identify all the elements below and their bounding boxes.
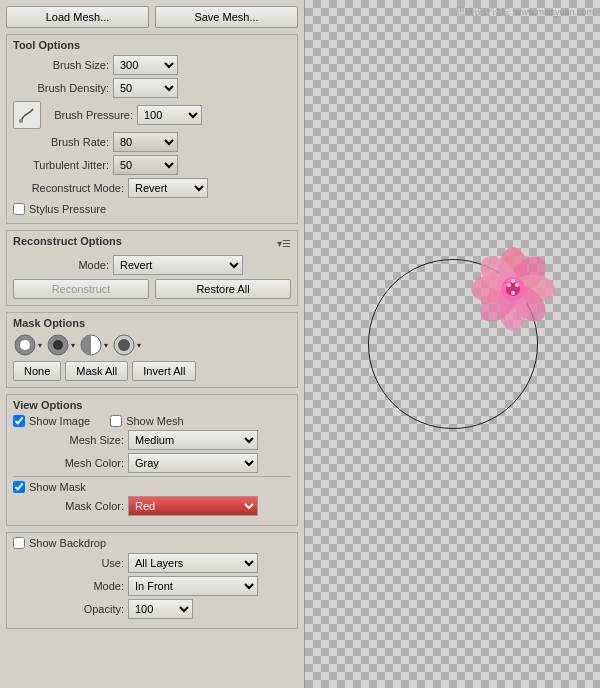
tool-options-section: Tool Options Brush Size: 30020010050 Bru… [6, 34, 298, 224]
mesh-size-label: Mesh Size: [13, 434, 128, 446]
mesh-color-select[interactable]: GrayBlackWhiteRed [128, 453, 258, 473]
reconstruct-options-header: Reconstruct Options ▾☰ [13, 235, 291, 251]
svg-point-20 [507, 283, 511, 287]
brush-density-select[interactable]: 502575100 [113, 78, 178, 98]
reconstruct-mode-label: Reconstruct Mode: [13, 182, 128, 194]
show-backdrop-text: Show Backdrop [29, 537, 106, 549]
mask-icon-3[interactable]: ▾ [79, 333, 108, 357]
use-select[interactable]: All LayersCurrent Layer [128, 553, 258, 573]
brush-size-row: Brush Size: 30020010050 [13, 55, 291, 75]
reconstruct-mode-select[interactable]: RevertRigidStiffSmoothLoose [128, 178, 208, 198]
show-image-checkbox[interactable] [13, 415, 25, 427]
mask-icon-4[interactable]: ▾ [112, 333, 141, 357]
view-options-title: View Options [13, 399, 291, 411]
mask-icon-2[interactable]: ▾ [46, 333, 75, 357]
show-mask-checkbox[interactable] [13, 481, 25, 493]
mask-icon-2-arrow[interactable]: ▾ [71, 341, 75, 350]
use-row: Use: All LayersCurrent Layer [13, 553, 291, 573]
show-backdrop-label[interactable]: Show Backdrop [13, 537, 291, 549]
tool-options-title: Tool Options [13, 39, 291, 51]
top-buttons-row: Load Mesh... Save Mesh... [6, 6, 298, 28]
brush-rate-row: Brush Rate: 8050100 [13, 132, 291, 152]
reconstruct-button[interactable]: Reconstruct [13, 279, 149, 299]
mask-icon-4-arrow[interactable]: ▾ [137, 341, 141, 350]
flower-image [463, 239, 563, 339]
stylus-pressure-row: Stylus Pressure [13, 201, 291, 217]
divider-1 [13, 476, 291, 477]
svg-point-23 [511, 291, 515, 295]
mask-buttons-row: None Mask All Invert All [13, 361, 291, 381]
opacity-label: Opacity: [13, 603, 128, 615]
reconstruct-mode-select2[interactable]: RevertRigidStiffSmoothLoose [113, 255, 243, 275]
canvas-panel: 思璃设计论坛 www.missyuan.com [305, 0, 600, 688]
left-panel: Load Mesh... Save Mesh... Tool Options B… [0, 0, 305, 688]
mask-icon-1[interactable]: ▾ [13, 333, 42, 357]
reconstruct-buttons-row: Reconstruct Restore All [13, 279, 291, 299]
reconstruct-mode-label2: Mode: [13, 259, 113, 271]
show-backdrop-row: Show Backdrop [13, 537, 291, 549]
mask-options-section: Mask Options ▾ ▾ ▾ ▾ None Mask All Inver… [6, 312, 298, 388]
mask-icon-3-arrow[interactable]: ▾ [104, 341, 108, 350]
invert-all-button[interactable]: Invert All [132, 361, 196, 381]
canvas-area [343, 234, 563, 454]
show-backdrop-checkbox[interactable] [13, 537, 25, 549]
stylus-pressure-checkbox[interactable] [13, 203, 25, 215]
mesh-size-select[interactable]: MediumSmallLarge [128, 430, 258, 450]
mask-options-title: Mask Options [13, 317, 291, 329]
stylus-pressure-text: Stylus Pressure [29, 203, 106, 215]
watermark-text: 思璃设计论坛 www.missyuan.com [456, 6, 594, 19]
mask-color-row: Mask Color: RedGreenBlue [13, 496, 291, 516]
svg-point-21 [515, 283, 519, 287]
turbulent-jitter-row: Turbulent Jitter: 502575 [13, 155, 291, 175]
svg-point-2 [20, 340, 30, 350]
turbulent-jitter-label: Turbulent Jitter: [13, 159, 113, 171]
brush-icon[interactable] [13, 101, 41, 129]
use-label: Use: [13, 557, 128, 569]
svg-point-0 [19, 119, 23, 123]
brush-pressure-select[interactable]: 1005075 [137, 105, 202, 125]
opacity-select[interactable]: 100755025 [128, 599, 193, 619]
reconstruct-menu-icon[interactable]: ▾☰ [277, 238, 291, 249]
view-options-section: View Options Show Image Show Mesh Mesh S… [6, 394, 298, 526]
brush-rate-select[interactable]: 8050100 [113, 132, 178, 152]
mode-select[interactable]: In FrontBehind [128, 576, 258, 596]
save-mesh-button[interactable]: Save Mesh... [155, 6, 298, 28]
stylus-pressure-checkbox-label[interactable]: Stylus Pressure [13, 203, 106, 215]
mode-row: Mode: In FrontBehind [13, 576, 291, 596]
show-mesh-label[interactable]: Show Mesh [110, 415, 183, 427]
show-mesh-checkbox[interactable] [110, 415, 122, 427]
show-mask-label[interactable]: Show Mask [13, 481, 291, 493]
reconstruct-mode-row: Reconstruct Mode: RevertRigidStiffSmooth… [13, 178, 291, 198]
backdrop-section: Show Backdrop Use: All LayersCurrent Lay… [6, 532, 298, 629]
brush-density-row: Brush Density: 502575100 [13, 78, 291, 98]
mask-icons-row: ▾ ▾ ▾ ▾ [13, 333, 291, 357]
show-image-label[interactable]: Show Image [13, 415, 90, 427]
mode-label: Mode: [13, 580, 128, 592]
show-mesh-text: Show Mesh [126, 415, 183, 427]
mask-color-label: Mask Color: [13, 500, 128, 512]
show-image-text: Show Image [29, 415, 90, 427]
svg-point-9 [118, 339, 130, 351]
mesh-color-row: Mesh Color: GrayBlackWhiteRed [13, 453, 291, 473]
reconstruct-mode-row2: Mode: RevertRigidStiffSmoothLoose [13, 255, 291, 275]
brush-rate-label: Brush Rate: [13, 136, 113, 148]
reconstruct-options-title: Reconstruct Options [13, 235, 122, 247]
mask-icon-1-arrow[interactable]: ▾ [38, 341, 42, 350]
load-mesh-button[interactable]: Load Mesh... [6, 6, 149, 28]
brush-size-select[interactable]: 30020010050 [113, 55, 178, 75]
mask-all-button[interactable]: Mask All [65, 361, 128, 381]
none-button[interactable]: None [13, 361, 61, 381]
mesh-size-row: Mesh Size: MediumSmallLarge [13, 430, 291, 450]
restore-all-button[interactable]: Restore All [155, 279, 291, 299]
mask-color-select[interactable]: RedGreenBlue [128, 496, 258, 516]
svg-point-4 [53, 340, 63, 350]
show-mask-text: Show Mask [29, 481, 86, 493]
brush-pressure-label: Brush Pressure: [47, 109, 137, 121]
turbulent-jitter-select[interactable]: 502575 [113, 155, 178, 175]
opacity-row: Opacity: 100755025 [13, 599, 291, 619]
show-mask-row: Show Mask [13, 481, 291, 493]
reconstruct-options-section: Reconstruct Options ▾☰ Mode: RevertRigid… [6, 230, 298, 306]
mesh-color-label: Mesh Color: [13, 457, 128, 469]
svg-point-22 [511, 279, 515, 283]
brush-pressure-row: Brush Pressure: 1005075 [13, 101, 291, 129]
